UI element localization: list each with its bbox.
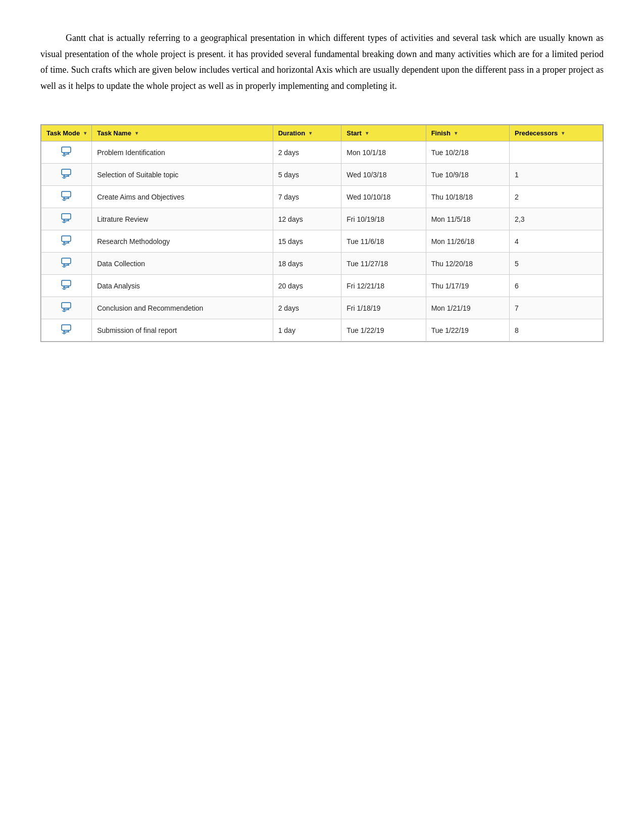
task-name-cell: Create Aims and Objectives — [92, 186, 273, 208]
task-icon-svg — [61, 235, 72, 246]
predecessors-cell: 2 — [509, 186, 603, 208]
task-name-cell: Submission of final report — [92, 319, 273, 341]
task-mode-icon — [61, 324, 72, 334]
table-row: Create Aims and Objectives7 daysWed 10/1… — [41, 186, 603, 208]
predecessors-cell: 4 — [509, 230, 603, 253]
start-cell: Mon 10/1/18 — [341, 141, 426, 164]
task-mode-cell — [41, 297, 92, 319]
task-name-cell: Conclusion and Recommendetion — [92, 297, 273, 319]
task-icon-svg — [61, 191, 72, 201]
table-row: Research Methodology15 daysTue 11/6/18Mo… — [41, 230, 603, 253]
svg-rect-35 — [62, 303, 71, 308]
finish-cell: Mon 11/5/18 — [426, 208, 509, 230]
duration-cell: 20 days — [273, 275, 341, 297]
col-header-start[interactable]: Start ▾ — [341, 125, 426, 141]
sort-arrow-task-name[interactable]: ▾ — [135, 130, 138, 136]
gantt-table-wrapper: Task Mode ▾ Task Name ▾ Duration ▾ — [40, 124, 604, 342]
table-row: Conclusion and Recommendetion2 daysFri 1… — [41, 297, 603, 319]
svg-rect-20 — [62, 236, 71, 241]
predecessors-cell: 2,3 — [509, 208, 603, 230]
finish-cell: Thu 12/20/18 — [426, 253, 509, 275]
task-mode-cell — [41, 253, 92, 275]
finish-cell: Mon 1/21/19 — [426, 297, 509, 319]
task-mode-icon — [61, 169, 72, 179]
finish-cell: Thu 10/18/18 — [426, 186, 509, 208]
sort-arrow-task-mode[interactable]: ▾ — [84, 130, 86, 136]
task-mode-cell — [41, 141, 92, 164]
task-mode-icon — [61, 280, 72, 290]
task-name-cell: Data Analysis — [92, 275, 273, 297]
col-header-task-name[interactable]: Task Name ▾ — [92, 125, 273, 141]
task-name-cell: Problem Identification — [92, 141, 273, 164]
finish-cell: Thu 1/17/19 — [426, 275, 509, 297]
task-mode-cell — [41, 208, 92, 230]
col-header-duration[interactable]: Duration ▾ — [273, 125, 341, 141]
duration-cell: 2 days — [273, 141, 341, 164]
duration-cell: 15 days — [273, 230, 341, 253]
finish-cell: Tue 10/9/18 — [426, 164, 509, 186]
col-header-task-mode[interactable]: Task Mode ▾ — [41, 125, 92, 141]
sort-arrow-duration[interactable]: ▾ — [309, 130, 312, 136]
table-row: Problem Identification2 daysMon 10/1/18T… — [41, 141, 603, 164]
col-header-finish[interactable]: Finish ▾ — [426, 125, 509, 141]
task-mode-icon — [61, 213, 72, 223]
start-cell: Fri 12/21/18 — [341, 275, 426, 297]
task-mode-cell — [41, 230, 92, 253]
task-name-cell: Selection of Suitable topic — [92, 164, 273, 186]
task-mode-icon — [61, 191, 72, 201]
duration-cell: 18 days — [273, 253, 341, 275]
task-mode-icon — [61, 302, 72, 312]
task-name-cell: Data Collection — [92, 253, 273, 275]
predecessors-cell: 5 — [509, 253, 603, 275]
svg-rect-10 — [62, 191, 71, 197]
task-icon-svg — [61, 169, 72, 179]
sort-arrow-finish[interactable]: ▾ — [455, 130, 457, 136]
svg-rect-25 — [62, 258, 71, 264]
sort-arrow-predecessors[interactable]: ▾ — [562, 130, 564, 136]
table-row: Submission of final report1 dayTue 1/22/… — [41, 319, 603, 341]
task-icon-svg — [61, 213, 72, 223]
svg-rect-5 — [62, 169, 71, 175]
start-cell: Fri 10/19/18 — [341, 208, 426, 230]
start-cell: Tue 11/27/18 — [341, 253, 426, 275]
predecessors-cell: 7 — [509, 297, 603, 319]
task-name-cell: Research Methodology — [92, 230, 273, 253]
task-mode-cell — [41, 275, 92, 297]
table-row: Data Analysis20 daysFri 12/21/18Thu 1/17… — [41, 275, 603, 297]
table-row: Litrature Review12 daysFri 10/19/18Mon 1… — [41, 208, 603, 230]
svg-rect-15 — [62, 214, 71, 219]
finish-cell: Tue 1/22/19 — [426, 319, 509, 341]
predecessors-cell: 8 — [509, 319, 603, 341]
duration-cell: 7 days — [273, 186, 341, 208]
duration-cell: 2 days — [273, 297, 341, 319]
task-icon-svg — [61, 302, 72, 312]
gantt-table: Task Mode ▾ Task Name ▾ Duration ▾ — [41, 125, 603, 341]
start-cell: Tue 1/22/19 — [341, 319, 426, 341]
task-mode-icon — [61, 258, 72, 268]
table-row: Data Collection18 daysTue 11/27/18Thu 12… — [41, 253, 603, 275]
finish-cell: Mon 11/26/18 — [426, 230, 509, 253]
predecessors-cell: 6 — [509, 275, 603, 297]
task-name-cell: Litrature Review — [92, 208, 273, 230]
intro-paragraph: Gantt chat is actually referring to a ge… — [40, 30, 604, 94]
start-cell: Tue 11/6/18 — [341, 230, 426, 253]
task-mode-cell — [41, 319, 92, 341]
duration-cell: 12 days — [273, 208, 341, 230]
table-row: Selection of Suitable topic5 daysWed 10/… — [41, 164, 603, 186]
predecessors-cell: 1 — [509, 164, 603, 186]
table-header-row: Task Mode ▾ Task Name ▾ Duration ▾ — [41, 125, 603, 141]
start-cell: Wed 10/3/18 — [341, 164, 426, 186]
task-mode-icon — [61, 235, 72, 246]
start-cell: Wed 10/10/18 — [341, 186, 426, 208]
start-cell: Fri 1/18/19 — [341, 297, 426, 319]
task-icon-svg — [61, 280, 72, 290]
task-mode-icon — [61, 146, 72, 157]
task-mode-cell — [41, 186, 92, 208]
sort-arrow-start[interactable]: ▾ — [366, 130, 368, 136]
svg-rect-30 — [62, 280, 71, 286]
task-icon-svg — [61, 258, 72, 268]
finish-cell: Tue 10/2/18 — [426, 141, 509, 164]
svg-rect-40 — [62, 325, 71, 330]
col-header-predecessors[interactable]: Predecessors ▾ — [509, 125, 603, 141]
svg-rect-0 — [62, 147, 71, 153]
